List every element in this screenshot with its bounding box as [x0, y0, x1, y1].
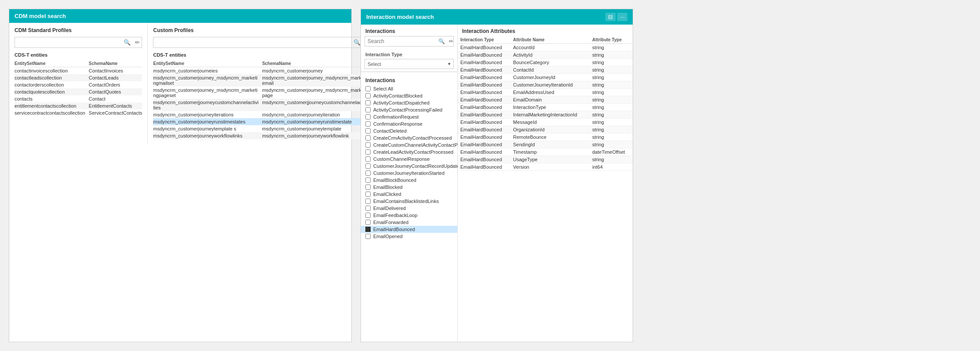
attr-type: string: [590, 156, 633, 163]
list-item[interactable]: EmailClicked: [361, 191, 457, 198]
table-row[interactable]: EmailHardBouncedOrganizationIdstring: [458, 126, 633, 134]
interaction-checkbox[interactable]: [365, 121, 371, 127]
list-item[interactable]: EmailBlockBounced: [361, 177, 457, 184]
table-row[interactable]: contactleadscollectionContactLeads: [15, 74, 142, 81]
cdm-custom-search-box[interactable]: Journey 🔍 ✏: [153, 37, 372, 48]
interaction-checkbox[interactable]: [365, 163, 371, 169]
interaction-checkbox[interactable]: [365, 192, 371, 197]
interaction-checkbox[interactable]: [365, 135, 371, 141]
list-item[interactable]: ContactDeleted: [361, 127, 457, 134]
table-row[interactable]: msdyncrm_customerjourneyiterationsmsdync…: [153, 111, 372, 118]
table-row[interactable]: EmailHardBouncedInteractionTypestring: [458, 104, 633, 111]
table-row[interactable]: EmailHardBouncedBounceCategorystring: [458, 59, 633, 66]
cdm-standard-search-box[interactable]: contact 🔍 ✏: [15, 37, 142, 48]
list-item[interactable]: EmailContainsBlacklistedLinks: [361, 198, 457, 205]
list-item[interactable]: CreateLeadActivityContactProcessed: [361, 148, 457, 156]
interactions-search-pencil-icon[interactable]: ✏: [447, 36, 455, 46]
interaction-checkbox[interactable]: [365, 206, 371, 211]
list-item[interactable]: EmailForwarded: [361, 219, 457, 226]
table-row[interactable]: msdyncrm_customerjourneiesmsdyncrm_custo…: [153, 67, 372, 75]
interaction-checkbox[interactable]: [365, 177, 371, 183]
table-row[interactable]: EmailHardBouncedTimestampdateTimeOffset: [458, 148, 633, 156]
list-item[interactable]: CustomChannelResponse: [361, 156, 457, 163]
table-row[interactable]: servicecontractcontactscollectionService…: [15, 109, 142, 116]
schema-name: Contact: [89, 95, 142, 102]
interaction-type-select[interactable]: Select ▾: [364, 59, 454, 69]
interaction-checkbox[interactable]: [365, 220, 371, 225]
table-row[interactable]: EmailHardBouncedUsageTypestring: [458, 156, 633, 163]
table-row[interactable]: contactsContact: [15, 95, 142, 102]
interaction-item-label: CreateCrmActivityContactProcessed: [373, 135, 452, 141]
list-item[interactable]: EmailDelivered: [361, 205, 457, 212]
cdm-custom-search-input[interactable]: Journey: [153, 38, 350, 47]
interactions-search-box[interactable]: 🔍 ✏: [364, 36, 454, 47]
interaction-checkbox[interactable]: [365, 128, 371, 134]
interaction-item-label: EmailBlocked: [373, 185, 403, 190]
table-row[interactable]: msdyncrm_customerjjourneycustomchannelac…: [153, 99, 372, 111]
list-item[interactable]: CustomerJourneyIterationStarted: [361, 170, 457, 177]
interaction-checkbox[interactable]: [365, 114, 371, 119]
list-item[interactable]: CreateCustomChannelActivityContactProc..…: [361, 141, 457, 148]
interaction-checkbox[interactable]: [365, 100, 371, 105]
table-row[interactable]: EmailHardBouncedMessageIdstring: [458, 119, 633, 126]
list-item[interactable]: Select All: [361, 85, 457, 92]
table-row[interactable]: EmailHardBouncedEmailDomainstring: [458, 96, 633, 104]
table-row[interactable]: entitlementcontactscollectionEntitlement…: [15, 102, 142, 109]
table-row[interactable]: EmailHardBouncedCustomerJourneyIteration…: [458, 81, 633, 89]
interaction-checkbox[interactable]: [365, 199, 371, 204]
table-row[interactable]: contactquotescollectionContactQuotes: [15, 88, 142, 95]
table-row[interactable]: EmailHardBouncedRemoteBouncestring: [458, 134, 633, 141]
interaction-header: Interaction model search ⊟ ···: [361, 9, 633, 25]
list-item[interactable]: EmailOpened: [361, 233, 457, 240]
table-row[interactable]: EmailHardBouncedVersionint64: [458, 163, 633, 171]
table-row[interactable]: EmailHardBouncedCustomerJourneyIdstring: [458, 74, 633, 81]
interaction-checkbox[interactable]: [365, 213, 371, 218]
table-row[interactable]: EmailHardBouncedInternalMarketingInterac…: [458, 111, 633, 119]
interaction-checkbox[interactable]: [365, 86, 371, 91]
interaction-checkbox[interactable]: [365, 107, 371, 112]
attr-type: string: [590, 134, 633, 141]
list-item[interactable]: EmailFeedbackLoop: [361, 212, 457, 219]
table-row[interactable]: contactinvoicescollectionContactInvoices: [15, 67, 142, 75]
table-row[interactable]: msdyncrm_customerjourneyrunstimestatesms…: [153, 118, 372, 125]
interaction-checkbox[interactable]: [365, 170, 371, 176]
table-row[interactable]: msdyncrm_customerjourneyworkflowlinksmsd…: [153, 132, 372, 139]
attr-name: InternalMarketingInteractionId: [510, 111, 590, 119]
list-item[interactable]: CustomerJourneyContactRecordUpdated: [361, 163, 457, 170]
table-row[interactable]: msdyncrm_customerjourney_msdyncrm_market…: [153, 87, 372, 99]
list-item[interactable]: ActivityContactBlocked: [361, 92, 457, 99]
edit-icon[interactable]: ✏: [133, 37, 142, 47]
list-item[interactable]: ActivityContactDispatched: [361, 99, 457, 106]
list-item[interactable]: ConfirmationRequest: [361, 113, 457, 120]
interaction-item-label: EmailForwarded: [373, 220, 408, 225]
table-row[interactable]: EmailHardBouncedActivityIdstring: [458, 51, 633, 59]
header-icons: ⊟ ···: [605, 13, 627, 21]
list-item[interactable]: CreateCrmActivityContactProcessed: [361, 134, 457, 141]
table-row[interactable]: EmailHardBouncedEmailAddressUsedstring: [458, 89, 633, 96]
interaction-checkbox[interactable]: [365, 234, 371, 239]
table-row[interactable]: EmailHardBouncedContactIdstring: [458, 66, 633, 74]
list-item[interactable]: ActivityContactProcessingFailed: [361, 106, 457, 113]
table-row[interactable]: EmailHardBouncedSendingIdstring: [458, 141, 633, 148]
cdm-panel: CDM model search CDM Standard Profiles c…: [9, 9, 352, 342]
table-row[interactable]: contactorderscollectionContactOrders: [15, 81, 142, 88]
interaction-checkbox[interactable]: [365, 142, 371, 148]
attr-interaction-type: EmailHardBounced: [458, 59, 510, 66]
table-row[interactable]: EmailHardBouncedAccountIdstring: [458, 44, 633, 51]
list-item[interactable]: ConfirmationResponse: [361, 120, 457, 127]
list-item[interactable]: EmailHardBounced: [361, 226, 457, 233]
panel-icon-button[interactable]: ⊟: [605, 13, 616, 21]
interactions-search-input[interactable]: [365, 36, 436, 46]
panel-more-button[interactable]: ···: [617, 13, 627, 21]
interaction-checkbox[interactable]: [365, 93, 371, 98]
attr-name: MessageId: [510, 119, 590, 126]
interaction-checkbox[interactable]: [365, 185, 371, 190]
table-row[interactable]: msdyncrm_customerjourneytemplate smsdync…: [153, 125, 372, 132]
cdm-standard-search-input[interactable]: contact: [15, 38, 121, 47]
schema-name: msdyncrm_customerjjourneycustomchannelac…: [262, 99, 372, 111]
interaction-checkbox[interactable]: [365, 156, 371, 162]
list-item[interactable]: EmailBlocked: [361, 184, 457, 191]
table-row[interactable]: msdyncrm_customerjourney_msdyncrm_market…: [153, 74, 372, 87]
interaction-checkbox[interactable]: [365, 149, 371, 155]
divider: [361, 72, 457, 72]
